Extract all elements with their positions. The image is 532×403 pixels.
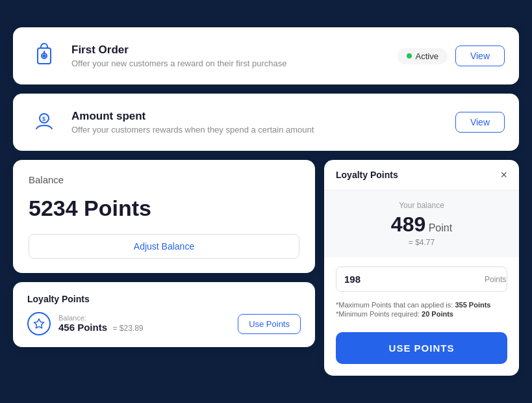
amount-spent-card: $ Amount spent Offer your customers rewa… xyxy=(13,94,519,151)
balance-card: Balance 5234 Points Adjust Balance xyxy=(13,160,315,273)
svg-point-2 xyxy=(44,55,45,57)
points-input[interactable] xyxy=(336,267,478,291)
your-balance-label: Your balance xyxy=(336,201,507,210)
bottom-left: Balance 5234 Points Adjust Balance Loyal… xyxy=(13,160,315,376)
loyalty-balance-label: Balance: xyxy=(58,314,230,322)
use-points-small-button[interactable]: Use Points xyxy=(238,314,301,334)
adjust-balance-button[interactable]: Adjust Balance xyxy=(29,234,299,259)
first-order-actions: Active View xyxy=(398,46,505,66)
panel-header: Loyalty Points × xyxy=(324,160,519,190)
panel-balance-section: Your balance 489 Point = $4.77 xyxy=(324,190,519,257)
status-label: Active xyxy=(416,51,438,61)
amount-spent-text: Amount spent Offer your customers reward… xyxy=(71,110,445,135)
first-order-subtitle: Offer your new customers a reward on the… xyxy=(71,58,387,68)
svg-marker-5 xyxy=(34,319,44,328)
amount-spent-subtitle: Offer your customers rewards when they s… xyxy=(71,125,445,135)
loyalty-small-title: Loyalty Points xyxy=(27,294,301,304)
panel-points-unit: Point xyxy=(429,222,452,233)
loyalty-panel: Loyalty Points × Your balance 489 Point … xyxy=(324,160,519,376)
first-order-title: First Order xyxy=(71,44,387,57)
panel-points-big: 489 xyxy=(391,213,425,236)
status-badge: Active xyxy=(398,48,448,64)
panel-title: Loyalty Points xyxy=(336,170,398,180)
first-order-view-button[interactable]: View xyxy=(455,46,505,66)
balance-amount: 5234 Points xyxy=(29,196,299,221)
panel-notes: *Maximum Points that can applied is: 355… xyxy=(324,301,519,326)
loyalty-small-card: Loyalty Points Balance: 456 Points = $23… xyxy=(13,282,315,347)
panel-note-min: *Minimum Points required: 20 Points xyxy=(336,310,507,318)
balance-label: Balance xyxy=(29,174,299,185)
panel-note-max: *Maximum Points that can applied is: 355… xyxy=(336,301,507,309)
amount-spent-actions: View xyxy=(455,112,505,133)
points-label-right: Points → $19.80 xyxy=(478,274,507,284)
loyalty-info: Balance: 456 Points = $23.89 xyxy=(58,314,230,333)
loyalty-points-value: 456 Points xyxy=(58,322,107,333)
first-order-icon xyxy=(27,39,61,73)
amount-spent-title: Amount spent xyxy=(71,110,445,123)
first-order-text: First Order Offer your new customers a r… xyxy=(71,44,387,68)
status-dot xyxy=(407,53,412,58)
bottom-row: Balance 5234 Points Adjust Balance Loyal… xyxy=(13,160,519,376)
first-order-card: First Order Offer your new customers a r… xyxy=(13,27,519,84)
loyalty-small-body: Balance: 456 Points = $23.89 Use Points xyxy=(27,312,301,335)
amount-spent-view-button[interactable]: View xyxy=(455,112,505,133)
panel-close-button[interactable]: × xyxy=(500,169,507,181)
loyalty-dollar-eq: = $23.89 xyxy=(112,324,143,333)
panel-dollar-eq: = $4.77 xyxy=(336,238,507,247)
panel-use-points-button[interactable]: USE POINTS xyxy=(336,332,507,364)
amount-spent-icon: $ xyxy=(27,105,61,139)
points-input-row: Points → $19.80 xyxy=(336,266,507,292)
points-label-text: Points xyxy=(485,275,506,284)
panel-points-row: 489 Point xyxy=(336,213,507,237)
main-container: First Order Offer your new customers a r… xyxy=(13,27,519,376)
loyalty-star-icon xyxy=(27,312,51,335)
svg-text:$: $ xyxy=(42,116,45,122)
panel-input-section: Points → $19.80 xyxy=(324,257,519,301)
